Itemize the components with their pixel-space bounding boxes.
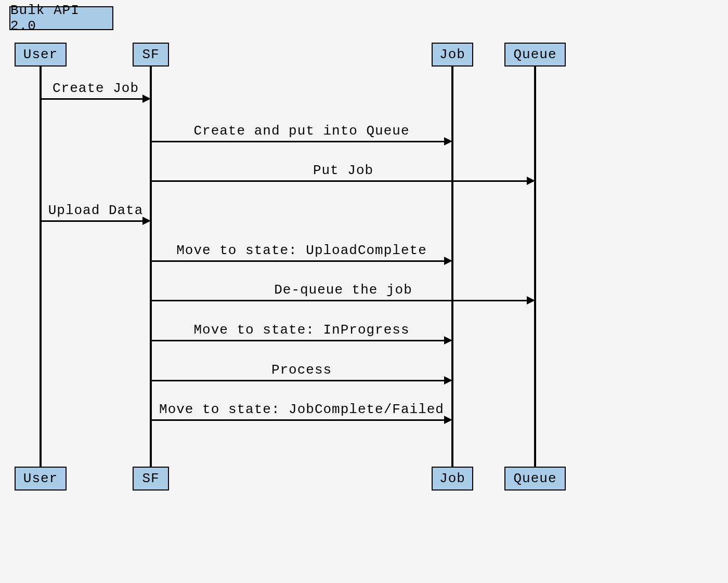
arrowhead-icon: [527, 296, 535, 304]
arrowhead-icon: [444, 336, 452, 344]
arrowhead-icon: [142, 217, 151, 225]
message-arrow: [151, 260, 444, 262]
participant-queue-bottom: Queue: [504, 467, 566, 491]
message-arrow: [151, 380, 444, 381]
participant-label: Job: [439, 471, 465, 486]
participant-label: Queue: [513, 47, 556, 62]
message-label: Move to state: InProgress: [193, 322, 409, 338]
lifeline-sf: [150, 67, 152, 467]
participant-sf-top: SF: [133, 43, 169, 67]
participant-label: User: [23, 47, 58, 62]
participant-label: Queue: [513, 471, 556, 486]
message-label: Upload Data: [48, 203, 144, 218]
participant-job-top: Job: [432, 43, 473, 67]
message-arrow: [41, 98, 142, 100]
message-label: Create and put into Queue: [193, 123, 409, 139]
participant-job-bottom: Job: [432, 467, 473, 491]
participant-label: SF: [142, 47, 159, 62]
arrowhead-icon: [444, 257, 452, 265]
participant-label: Job: [439, 47, 465, 62]
participant-user-bottom: User: [15, 467, 67, 491]
participant-sf-bottom: SF: [133, 467, 169, 491]
message-arrow: [41, 220, 142, 222]
lifeline-job: [451, 67, 453, 467]
message-arrow: [151, 300, 527, 301]
arrowhead-icon: [444, 376, 452, 385]
participant-queue-top: Queue: [504, 43, 566, 67]
participant-user-top: User: [15, 43, 67, 67]
lifeline-user: [40, 67, 42, 467]
arrowhead-icon: [444, 137, 452, 145]
message-arrow: [151, 180, 527, 182]
message-label: Put Job: [313, 163, 373, 178]
lifeline-queue: [534, 67, 536, 467]
diagram-title-text: Bulk API 2.0: [10, 3, 112, 34]
participant-label: User: [23, 471, 58, 486]
arrowhead-icon: [142, 95, 151, 103]
participant-label: SF: [142, 471, 159, 486]
message-arrow: [151, 141, 444, 142]
message-arrow: [151, 340, 444, 341]
message-label: Process: [271, 362, 332, 378]
message-label: Move to state: UploadComplete: [176, 243, 426, 258]
message-label: Create Job: [53, 81, 139, 96]
message-label: De-queue the job: [274, 282, 412, 298]
message-label: Move to state: JobComplete/Failed: [159, 402, 444, 417]
diagram-title: Bulk API 2.0: [9, 6, 113, 30]
sequence-diagram: Bulk API 2.0 User SF Job Queue User SF J…: [0, 0, 728, 583]
arrowhead-icon: [527, 177, 535, 185]
arrowhead-icon: [444, 416, 452, 424]
message-arrow: [151, 419, 444, 421]
